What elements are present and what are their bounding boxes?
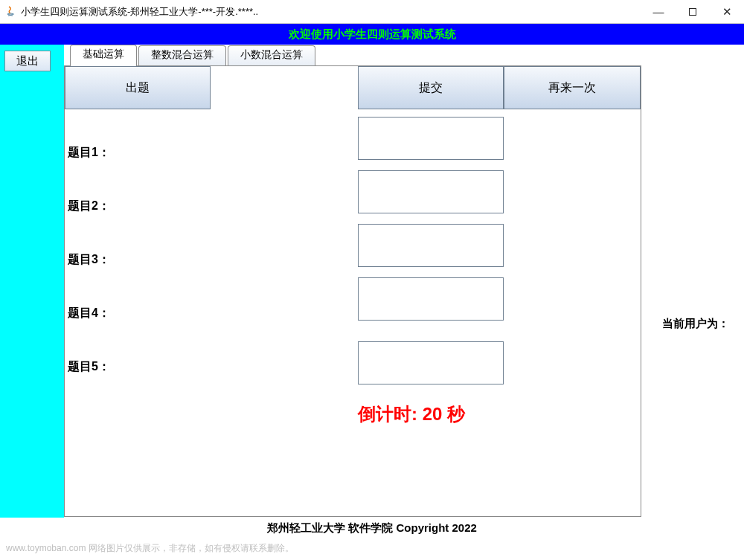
countdown-suffix: 秒 — [442, 404, 465, 424]
tab-panel-basic: 出题 提交 再来一次 题目1： 题目2： 题目3： 题目4： 题目5： 倒计时:… — [64, 65, 641, 517]
main-area: 退出 基础运算 整数混合运算 小数混合运算 出题 提交 再来一次 题目1： 题目… — [0, 45, 744, 518]
again-button[interactable]: 再来一次 — [504, 66, 641, 109]
answer-1-input[interactable] — [358, 117, 504, 160]
question-5-label: 题目5： — [68, 359, 110, 375]
close-button[interactable]: ✕ — [710, 1, 744, 23]
question-1-label: 题目1： — [68, 145, 110, 161]
banner-text: 欢迎使用小学生四则运算测试系统 — [289, 28, 456, 42]
maximize-icon — [689, 8, 696, 16]
window-title: 小学生四则运算测试系统-郑州轻工业大学-***-开发.****.. — [21, 5, 641, 19]
tab-strip: 基础运算 整数混合运算 小数混合运算 — [64, 45, 744, 65]
watermark: www.toymoban.com 网络图片仅供展示，非存储，如有侵权请联系删除。 — [0, 538, 744, 558]
welcome-banner: 欢迎使用小学生四则运算测试系统 — [0, 24, 744, 45]
current-user-label: 当前用户为： — [662, 317, 741, 331]
question-2-label: 题目2： — [68, 199, 110, 214]
exit-button[interactable]: 退出 — [4, 51, 51, 71]
answer-3-input[interactable] — [358, 224, 504, 267]
answer-2-input[interactable] — [358, 170, 504, 213]
sidebar: 退出 — [0, 45, 64, 518]
countdown-label: 倒计时: 20 秒 — [358, 402, 465, 426]
answer-4-input[interactable] — [358, 277, 504, 321]
content-area: 基础运算 整数混合运算 小数混合运算 出题 提交 再来一次 题目1： 题目2： … — [64, 45, 744, 518]
footer: 郑州轻工业大学 软件学院 Copyright 2022 — [0, 518, 744, 538]
question-3-label: 题目3： — [68, 252, 110, 268]
question-4-label: 题目4： — [68, 306, 110, 321]
tab-integer-mixed[interactable]: 整数混合运算 — [138, 45, 226, 66]
tab-decimal-mixed[interactable]: 小数混合运算 — [228, 45, 315, 66]
generate-button[interactable]: 出题 — [65, 66, 211, 109]
answer-5-input[interactable] — [358, 341, 504, 384]
submit-button[interactable]: 提交 — [358, 66, 504, 109]
footer-text: 郑州轻工业大学 软件学院 Copyright 2022 — [267, 521, 477, 535]
countdown-value: 20 — [423, 404, 443, 424]
minimize-button[interactable]: — — [641, 1, 676, 23]
watermark-text: www.toymoban.com 网络图片仅供展示，非存储，如有侵权请联系删除。 — [6, 542, 294, 555]
window-titlebar: 小学生四则运算测试系统-郑州轻工业大学-***-开发.****.. — ✕ — [0, 0, 744, 24]
maximize-button[interactable] — [676, 1, 710, 23]
window-controls: — ✕ — [641, 1, 744, 23]
java-icon — [4, 6, 16, 18]
tab-basic[interactable]: 基础运算 — [70, 45, 137, 66]
countdown-prefix: 倒计时: — [358, 404, 423, 424]
